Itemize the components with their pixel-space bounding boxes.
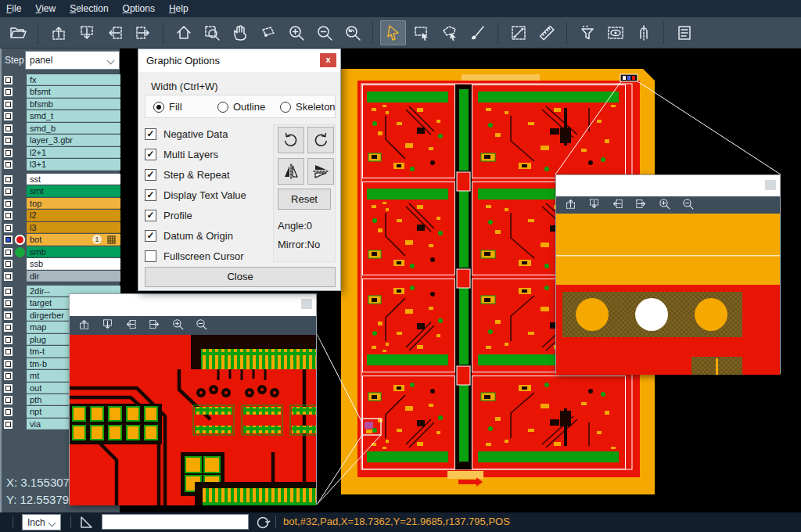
layer-checkbox-tm-t[interactable] [4, 347, 13, 356]
layer-checkbox-dirgerber[interactable] [4, 311, 13, 320]
tool-ruler[interactable] [533, 20, 559, 45]
tool-measure[interactable] [505, 20, 531, 45]
layer-checkbox-fx[interactable] [4, 76, 13, 84]
layer-checkbox-smd_t[interactable] [4, 112, 13, 120]
layer-row-sst[interactable]: sst [2, 174, 121, 185]
layer-checkbox-bfsmt[interactable] [4, 88, 13, 96]
tool-zoom-in[interactable] [283, 20, 309, 45]
checkbox-profile[interactable]: ✓Profile [145, 207, 192, 223]
layer-checkbox-smb[interactable] [4, 248, 13, 257]
tool-report[interactable] [671, 20, 697, 45]
layer-row-top[interactable]: top [2, 198, 121, 210]
layer-checkbox-target[interactable] [4, 299, 13, 307]
tool-cursor[interactable] [380, 20, 406, 45]
magnifier-window-left[interactable] [69, 293, 317, 505]
checkbox-fullscreen-cursor[interactable]: Fullscreen Cursor [145, 248, 244, 264]
layer-row-l2+1[interactable]: l2+1 [2, 147, 121, 159]
tool-snap[interactable] [630, 20, 656, 45]
layer-checkbox-via[interactable] [4, 420, 13, 429]
layer-checkbox-plug[interactable] [4, 336, 13, 344]
menu-file[interactable]: File [6, 3, 21, 14]
layer-name[interactable]: ssb [27, 258, 120, 269]
mag-tool-box-up[interactable] [564, 197, 577, 214]
tool-hand[interactable] [227, 20, 253, 45]
layer-name[interactable]: fx [27, 74, 120, 85]
layer-row-smt[interactable]: smt [2, 185, 121, 197]
close-button[interactable]: Close [145, 267, 336, 287]
layer-checkbox-l3[interactable] [4, 224, 13, 232]
layer-checkbox-npt[interactable] [4, 408, 13, 416]
layer-name[interactable]: layer_3.gbr [27, 135, 120, 146]
tool-eye-box[interactable] [602, 20, 628, 45]
tool-brush[interactable] [465, 20, 490, 45]
checkbox-multi-layers[interactable]: ✓Multi Layers [145, 146, 218, 162]
mag-tool-zoom-out[interactable] [681, 197, 695, 214]
command-input[interactable] [102, 514, 249, 530]
unit-dropdown[interactable]: Inch [22, 514, 61, 530]
layer-row-l3+1[interactable]: l3+1 [2, 159, 121, 171]
step-dropdown[interactable]: panel [25, 51, 120, 70]
layer-row-bfsmt[interactable]: bfsmt [2, 86, 121, 98]
radio-skeleton[interactable]: Skeleton [280, 101, 336, 113]
layer-checkbox-l2+1[interactable] [4, 149, 13, 157]
tool-home[interactable] [171, 20, 196, 45]
layer-checkbox-sst[interactable] [4, 175, 13, 184]
layer-row-layer_3.gbr[interactable]: layer_3.gbr [2, 135, 121, 146]
close-icon[interactable]: x [320, 53, 336, 67]
mag-tool-box-down[interactable] [587, 197, 601, 214]
layer-row-smd_b[interactable]: smd_b [2, 123, 121, 135]
layer-checkbox-out[interactable] [4, 384, 13, 393]
layer-checkbox-2dir--[interactable] [4, 287, 13, 296]
layer-checkbox-smt[interactable] [4, 187, 13, 196]
dialog-titlebar[interactable]: Graphic Options x [138, 49, 340, 72]
layer-row-l2[interactable]: l2 [2, 210, 121, 221]
layer-row-l3[interactable]: l3 [2, 222, 121, 234]
layer-row-bot[interactable]: bot1 [2, 234, 121, 246]
layer-checkbox-layer_3.gbr[interactable] [4, 136, 13, 145]
layer-checkbox-ssb[interactable] [4, 260, 13, 268]
layer-checkbox-tm-b[interactable] [4, 360, 13, 368]
mag-tool-box-down[interactable] [101, 318, 114, 334]
tool-folder[interactable] [5, 20, 31, 45]
tool-zoom-out[interactable] [311, 20, 337, 45]
layer-name[interactable]: dir [27, 271, 120, 282]
mag-tool-box-left[interactable] [124, 318, 138, 334]
layer-checkbox-l2[interactable] [4, 211, 13, 220]
layer-name[interactable]: top [27, 198, 120, 209]
layer-name[interactable]: smd_t [27, 110, 120, 121]
tool-poly-select[interactable] [436, 20, 462, 45]
layer-name[interactable]: l3+1 [27, 159, 120, 170]
layer-row-smb[interactable]: smb [2, 246, 121, 258]
layer-checkbox-pth[interactable] [4, 396, 13, 404]
layer-name[interactable]: sst [27, 174, 120, 185]
layer-checkbox-l3+1[interactable] [4, 160, 13, 169]
layer-name[interactable]: bfsmt [27, 86, 120, 97]
layer-checkbox-smd_b[interactable] [4, 124, 13, 133]
layer-row-dir[interactable]: dir [2, 271, 121, 282]
checkbox-step-repeat[interactable]: ✓Step & Repeat [145, 167, 230, 182]
mag-tool-box-right[interactable] [148, 318, 161, 334]
layer-name[interactable]: l2+1 [27, 147, 120, 158]
magnifier-right-window-button[interactable] [765, 180, 776, 190]
layer-checkbox-bot[interactable] [4, 235, 13, 244]
layer-row-fx[interactable]: fx [2, 74, 121, 86]
layer-checkbox-bfsmb[interactable] [4, 100, 13, 109]
tool-box-up[interactable] [45, 20, 71, 45]
magnifier-left-titlebar[interactable] [70, 294, 316, 316]
layer-name[interactable]: smb [27, 246, 120, 257]
radio-fill[interactable]: Fill [153, 101, 182, 113]
mag-tool-box-right[interactable] [634, 197, 648, 214]
layer-row-smd_t[interactable]: smd_t [2, 110, 121, 122]
mirror-horizontal-button[interactable] [278, 158, 304, 185]
layer-checkbox-top[interactable] [4, 200, 13, 208]
layer-name[interactable]: bot1 [27, 234, 120, 245]
layer-name[interactable]: l3 [27, 222, 120, 233]
layer-checkbox-dir[interactable] [4, 272, 13, 281]
mirror-vertical-button[interactable] [307, 158, 334, 185]
menu-view[interactable]: View [35, 3, 56, 14]
tool-box-left[interactable] [102, 20, 128, 45]
rotate-cw-button[interactable] [278, 127, 304, 153]
layer-checkbox-map[interactable] [4, 323, 13, 332]
checkbox-datum-origin[interactable]: ✓Datum & Origin [145, 228, 233, 243]
menu-help[interactable]: Help [169, 3, 189, 14]
